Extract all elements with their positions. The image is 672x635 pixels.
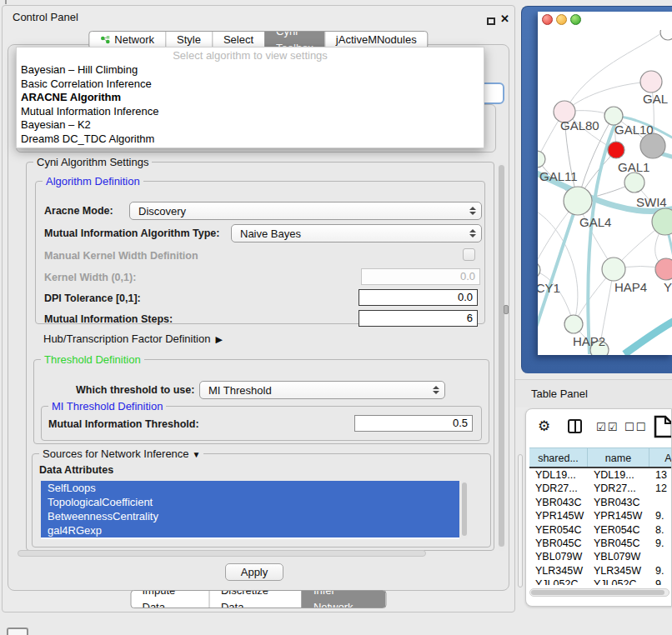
minimize-traffic-light-icon[interactable] <box>556 14 567 25</box>
table-cell: YDR27... <box>529 482 588 495</box>
deselect-all-checkboxes-icon[interactable]: ☐☐ <box>624 421 647 433</box>
network-node-label: SWI4 <box>636 195 667 209</box>
settings-scrollbar[interactable] <box>498 163 505 551</box>
algorithm-option[interactable]: Dream8 DC_TDC Algorithm <box>17 132 484 147</box>
node-table: shared...nameA YDL19...YDL19...13YDR27..… <box>529 448 672 585</box>
aracne-mode-select[interactable]: Discovery <box>129 202 482 220</box>
table-cell: YDL19... <box>529 468 588 482</box>
tab-infer-network[interactable]: Infer Network <box>302 591 386 608</box>
table-row[interactable]: YBL079WYBL079W <box>529 550 672 563</box>
network-node[interactable] <box>608 142 624 158</box>
table-row[interactable]: YLR345WYLR345W9. <box>529 564 672 578</box>
float-window-icon[interactable] <box>487 18 495 25</box>
network-node-hap4[interactable] <box>602 258 625 281</box>
sources-toggle[interactable]: Sources for Network Inference▼ <box>39 448 203 460</box>
table-side-scrollbar[interactable] <box>518 454 523 588</box>
tab-select[interactable]: Select <box>212 32 264 48</box>
network-node-y[interactable] <box>655 258 672 280</box>
mi-threshold-field[interactable]: 0.5 <box>354 415 473 432</box>
algorithm-option[interactable]: Mutual Information Inference <box>17 105 484 119</box>
which-threshold-value: MI Threshold <box>208 384 272 397</box>
table-panel-window: ⚙ ☑☑ ☐☐ shared...nameA YDL19...YDL19...1… <box>525 408 672 607</box>
export-table-icon[interactable] <box>653 414 672 439</box>
table-panel-title: Table Panel <box>531 388 588 400</box>
tab-label: Discretize Data <box>221 590 291 608</box>
tab-style[interactable]: Style <box>165 32 212 48</box>
panel-splitter-handle[interactable] <box>504 305 509 314</box>
table-cell: 8. <box>649 523 672 537</box>
attribute-item[interactable]: TopologicalCoefficient <box>41 495 459 509</box>
select-all-checkboxes-icon[interactable]: ☑☑ <box>596 421 619 433</box>
network-node-label: GAL10 <box>614 122 654 137</box>
desktop: Control Panel ✕ Network Style Select Cyn… <box>0 0 672 635</box>
table-cell: YJL052C <box>529 578 588 585</box>
table-cell: 12 <box>649 482 672 495</box>
threshold-definition-group: Threshold Definition Which threshold to … <box>33 359 489 444</box>
table-cell: YLR345W <box>529 564 588 578</box>
table-cell: 9. <box>649 509 672 522</box>
table-row[interactable]: YBR043CYBR043C <box>529 496 672 509</box>
network-node-gal[interactable] <box>640 71 662 92</box>
table-cell: YER054C <box>529 523 588 537</box>
mi-steps-field[interactable]: 6 <box>359 310 478 327</box>
table-row[interactable]: YJL052CYJL052C9. <box>529 578 672 585</box>
kernel-width-label: Kernel Width (0,1): <box>44 272 136 283</box>
hub-section-toggle[interactable]: Hub/Transcription Factor Definition▶ <box>43 332 223 345</box>
algorithm-option[interactable]: Bayesian – K2 <box>17 118 484 132</box>
network-node-gal4[interactable] <box>564 187 592 215</box>
table-row[interactable]: YPR145WYPR145W9. <box>529 509 672 522</box>
table-horizontal-scrollbar[interactable] <box>529 588 669 597</box>
manual-kernel-checkbox[interactable] <box>463 248 475 261</box>
algorithm-dropdown-popup: Select algorithm to view settings Bayesi… <box>16 47 484 148</box>
table-row[interactable]: YDR27...YDR27...12 <box>529 482 672 495</box>
mi-type-select[interactable]: Naive Bayes <box>231 224 482 242</box>
table-cell: YBR043C <box>588 496 649 509</box>
dpi-tolerance-label: DPI Tolerance [0,1]: <box>44 292 141 304</box>
data-attributes-label: Data Attributes <box>39 464 113 476</box>
attribute-item[interactable]: gal4RGexp <box>41 523 459 538</box>
network-node-gal11[interactable] <box>538 151 545 168</box>
apply-button[interactable]: Apply <box>225 563 283 581</box>
close-icon[interactable]: ✕ <box>500 12 509 25</box>
table-row[interactable]: YER054CYER054C8. <box>529 523 672 537</box>
network-canvas[interactable]: GALGAL80GAL10GAL1GAL11GAL4SWI4GCY1HAP4YH… <box>538 30 672 355</box>
minimized-panel-icon[interactable] <box>7 628 28 635</box>
tab-jactivemnodules[interactable]: jActiveMNodules <box>324 32 428 48</box>
table-column-header[interactable]: name <box>588 448 649 467</box>
tab-network[interactable]: Network <box>89 32 165 48</box>
gear-icon[interactable]: ⚙ <box>538 418 550 435</box>
columns-icon[interactable] <box>568 419 582 433</box>
table-column-header[interactable]: A <box>649 448 672 467</box>
tab-discretize-data[interactable]: Discretize Data <box>209 591 302 608</box>
dpi-tolerance-field[interactable]: 0.0 <box>359 289 478 306</box>
network-node-gal1[interactable] <box>624 172 644 192</box>
kernel-width-field[interactable]: 0.0 <box>361 268 480 285</box>
network-view-frame: GALGAL80GAL10GAL1GAL11GAL4SWI4GCY1HAP4YH… <box>521 6 672 373</box>
algorithm-option[interactable]: ARACNE Algorithm <box>17 91 484 105</box>
close-traffic-light-icon[interactable] <box>542 14 553 25</box>
algorithm-option[interactable]: Bayesian – Hill Climbing <box>17 63 484 78</box>
mi-type-value: Naive Bayes <box>240 228 301 240</box>
which-threshold-select[interactable]: MI Threshold <box>199 381 445 399</box>
algorithm-option[interactable]: Basic Correlation Inference <box>17 78 484 92</box>
settings-horizontal-scrollbar[interactable] <box>18 550 426 557</box>
table-row[interactable]: YBR045CYBR045C9. <box>529 537 672 550</box>
table-column-header[interactable]: shared... <box>529 448 588 467</box>
table-cell: 9. <box>649 578 672 585</box>
table-cell: YDR27... <box>588 482 649 495</box>
expanded-arrow-icon: ▼ <box>193 450 201 459</box>
attribute-item[interactable]: BetweennessCentrality <box>41 509 459 523</box>
zoom-traffic-light-icon[interactable] <box>570 14 581 25</box>
network-node-gcy1[interactable] <box>538 262 540 278</box>
network-node[interactable] <box>660 30 672 40</box>
table-row[interactable]: YDL19...YDL19...13 <box>529 468 672 482</box>
tab-impute-data[interactable]: Impute Data <box>132 591 209 608</box>
cyni-mode-tabbar: Impute Data Discretize Data Infer Networ… <box>131 590 387 608</box>
attributes-scrollbar[interactable] <box>461 481 468 539</box>
attribute-item[interactable]: SelfLoops <box>41 481 459 495</box>
collapsed-arrow-icon: ▶ <box>215 334 222 345</box>
group-title: MI Threshold Definition <box>48 400 166 412</box>
tab-cyni-toolbox[interactable]: Cyni Toolbox <box>264 32 324 48</box>
network-node-hap2[interactable] <box>564 315 583 333</box>
network-node[interactable] <box>640 133 665 158</box>
